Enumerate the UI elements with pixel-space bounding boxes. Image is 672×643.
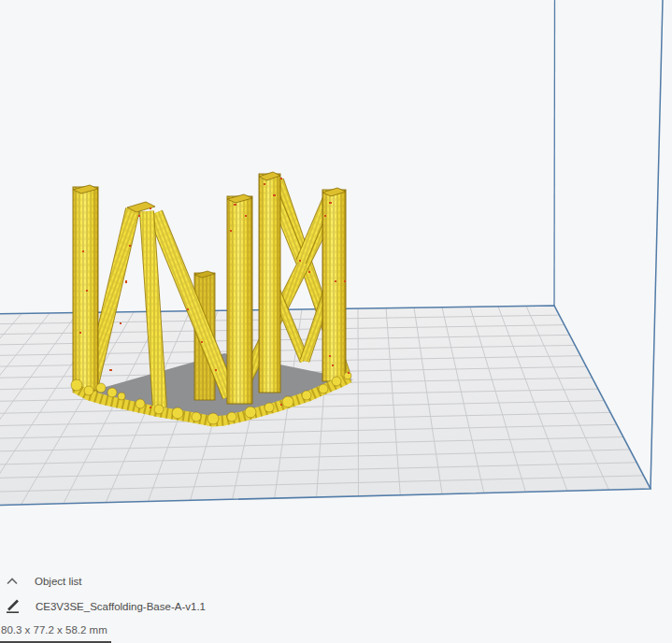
object-list-item[interactable]: CE3V3SE_Scaffolding-Base-A-v1.1 — [6, 598, 206, 615]
model-dimensions: 80.3 x 77.2 x 58.2 mm — [1, 622, 107, 637]
build-volume-back-edge — [554, 0, 555, 306]
build-plate-viewport[interactable] — [0, 0, 672, 643]
build-volume-right-edge — [651, 0, 663, 489]
object-list-title: Object list — [35, 576, 82, 587]
pencil-icon — [6, 599, 21, 614]
object-list-header[interactable]: Object list — [7, 574, 82, 589]
object-name: CE3V3SE_Scaffolding-Base-A-v1.1 — [36, 601, 206, 612]
chevron-up-icon[interactable] — [7, 578, 18, 585]
